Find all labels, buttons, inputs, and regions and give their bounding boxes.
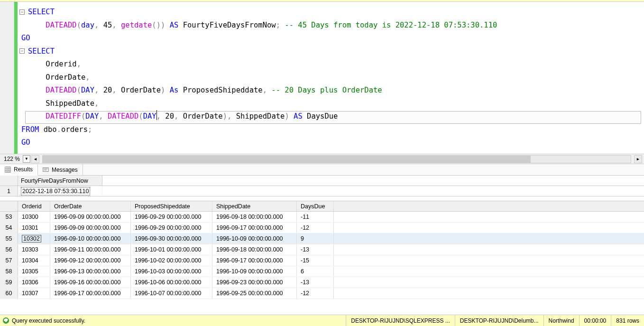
status-bar: Query executed successfully. DESKTOP-RIJ… — [0, 315, 644, 326]
cell[interactable]: 10302 — [18, 233, 50, 244]
row-number[interactable]: 58 — [0, 266, 18, 277]
function: DATEDIFF — [46, 112, 81, 121]
keyword: SELECT — [28, 8, 55, 16]
cell[interactable]: 1996-09-23 00:00:00.000 — [212, 277, 297, 288]
row-number[interactable]: 59 — [0, 277, 18, 288]
tab-label: Results — [14, 166, 33, 173]
column-header[interactable]: DaysDue — [297, 201, 334, 211]
cell[interactable]: 10307 — [18, 288, 50, 298]
keyword: GO — [21, 34, 30, 42]
row-number[interactable]: 56 — [0, 244, 18, 255]
cell[interactable]: 1996-09-30 00:00:00.000 — [131, 233, 212, 244]
result-grid-2: Orderid OrderDate ProposedShipeddate Shi… — [0, 201, 644, 315]
cell[interactable]: 1996-09-29 00:00:00.000 — [131, 223, 212, 233]
cell[interactable]: 2022-12-18 07:53:30.110 — [18, 186, 102, 196]
cell[interactable]: -12 — [297, 223, 334, 233]
cell[interactable]: 9 — [297, 233, 334, 244]
cell[interactable]: 1996-09-17 00:00:00.000 — [212, 223, 297, 233]
svg-rect-0 — [5, 167, 10, 172]
cell[interactable]: 1996-10-09 00:00:00.000 — [212, 233, 297, 244]
cell[interactable]: 1996-09-09 00:00:00.000 — [50, 223, 131, 233]
output-tabbar: Results Messages — [0, 164, 644, 176]
corner-cell[interactable] — [0, 176, 18, 186]
cell[interactable]: 1996-09-11 00:00:00.000 — [50, 244, 131, 255]
corner-cell[interactable] — [0, 201, 18, 211]
cell[interactable]: 1996-09-12 00:00:00.000 — [50, 255, 131, 266]
success-check-icon — [3, 317, 9, 324]
cell[interactable]: 1996-09-17 00:00:00.000 — [50, 288, 131, 298]
cell[interactable]: 1996-09-25 00:00:00.000 — [212, 288, 297, 298]
cell[interactable]: -12 — [297, 288, 334, 298]
cell[interactable]: 1996-09-29 00:00:00.000 — [131, 212, 212, 222]
table-row[interactable]: 54103011996-09-09 00:00:00.0001996-09-29… — [0, 223, 644, 233]
cell[interactable]: 1996-09-18 00:00:00.000 — [212, 244, 297, 255]
cell[interactable]: 10304 — [18, 255, 50, 266]
row-number[interactable]: 57 — [0, 255, 18, 266]
zoom-level: 122 % — [2, 156, 22, 162]
scrollbar-thumb[interactable] — [43, 156, 531, 163]
column-header[interactable]: ProposedShipeddate — [131, 201, 212, 211]
comment: -- 20 Days plus OrderDate — [267, 86, 382, 94]
cell[interactable]: -11 — [297, 212, 334, 222]
cell[interactable]: -13 — [297, 244, 334, 255]
cell[interactable]: 1996-09-13 00:00:00.000 — [50, 266, 131, 277]
row-number[interactable]: 55 — [0, 233, 18, 244]
row-number[interactable]: 53 — [0, 212, 18, 222]
function: DATEADD — [46, 21, 76, 29]
table-row[interactable]: 58103051996-09-13 00:00:00.0001996-10-03… — [0, 266, 644, 277]
line-number-gutter — [0, 2, 14, 154]
cell[interactable]: 1996-10-02 00:00:00.000 — [131, 255, 212, 266]
status-server: DESKTOP-RIJUJND\SQLEXPRESS ... — [346, 315, 455, 326]
cell[interactable]: 10306 — [18, 277, 50, 288]
result-grid-1-row[interactable]: 1 2022-12-18 07:53:30.110 — [0, 186, 644, 196]
table-row[interactable]: 55103021996-09-10 00:00:00.0001996-09-30… — [0, 233, 644, 244]
horizontal-scrollbar[interactable] — [42, 155, 631, 163]
column-header[interactable]: FourtyFiveDaysFromNow — [18, 176, 102, 186]
table-row[interactable]: 60103071996-09-17 00:00:00.0001996-10-07… — [0, 288, 644, 299]
cell[interactable]: 1996-10-07 00:00:00.000 — [131, 288, 212, 298]
table-row[interactable]: 53103001996-09-09 00:00:00.0001996-09-29… — [0, 212, 644, 223]
scroll-right-button[interactable]: ▶ — [634, 155, 642, 163]
cell[interactable]: 1996-09-09 00:00:00.000 — [50, 212, 131, 222]
status-user: DESKTOP-RIJUJND\Delumb... — [455, 315, 543, 326]
grid-icon — [5, 167, 11, 173]
row-number[interactable]: 54 — [0, 223, 18, 233]
change-marker — [14, 2, 18, 154]
row-number[interactable]: 60 — [0, 288, 18, 298]
sql-editor[interactable]: − − SELECT DATEADD(day, 45, getdate()) A… — [0, 2, 644, 154]
cell[interactable]: 10301 — [18, 223, 50, 233]
result-grid-2-header: Orderid OrderDate ProposedShipeddate Shi… — [0, 201, 644, 212]
row-number[interactable]: 1 — [0, 186, 18, 196]
column-header[interactable]: ShippedDate — [212, 201, 297, 211]
cell[interactable]: -13 — [297, 277, 334, 288]
keyword: GO — [21, 138, 30, 147]
cell[interactable]: 1996-10-03 00:00:00.000 — [131, 266, 212, 277]
comment: -- 45 Days from today is 2022-12-18 07:5… — [280, 21, 497, 29]
table-row[interactable]: 57103041996-09-12 00:00:00.0001996-10-02… — [0, 255, 644, 266]
column-header[interactable]: OrderDate — [50, 201, 131, 211]
cell[interactable]: 1996-10-09 00:00:00.000 — [212, 266, 297, 277]
cell[interactable]: 10305 — [18, 266, 50, 277]
tab-results[interactable]: Results — [0, 164, 38, 176]
cell[interactable]: -15 — [297, 255, 334, 266]
cell[interactable]: 1996-10-06 00:00:00.000 — [131, 277, 212, 288]
cell[interactable]: 6 — [297, 266, 334, 277]
results-pane: FourtyFiveDaysFromNow 1 2022-12-18 07:53… — [0, 176, 644, 315]
cell[interactable]: 1996-09-18 00:00:00.000 — [212, 212, 297, 222]
code-area[interactable]: SELECT DATEADD(day, 45, getdate()) AS Fo… — [18, 2, 644, 154]
cell[interactable]: 10303 — [18, 244, 50, 255]
cell[interactable]: 1996-09-10 00:00:00.000 — [50, 233, 131, 244]
table-row[interactable]: 59103061996-09-16 00:00:00.0001996-10-06… — [0, 277, 644, 288]
cell[interactable]: 10300 — [18, 212, 50, 222]
svg-rect-5 — [43, 168, 48, 171]
column-header[interactable]: Orderid — [18, 201, 50, 211]
table-row[interactable]: 56103031996-09-11 00:00:00.0001996-10-01… — [0, 244, 644, 255]
scroll-left-button[interactable]: ◀ — [31, 155, 39, 163]
cell[interactable]: 1996-09-16 00:00:00.000 — [50, 277, 131, 288]
cell[interactable]: 1996-10-01 00:00:00.000 — [131, 244, 212, 255]
cell[interactable]: 1996-09-17 00:00:00.000 — [212, 255, 297, 266]
editor-footer: 122 % ▼ ◀ ▶ — [0, 154, 644, 164]
zoom-dropdown-button[interactable]: ▼ — [23, 155, 30, 163]
tab-messages[interactable]: Messages — [38, 164, 83, 175]
status-message: Query executed successfully. — [12, 317, 85, 324]
